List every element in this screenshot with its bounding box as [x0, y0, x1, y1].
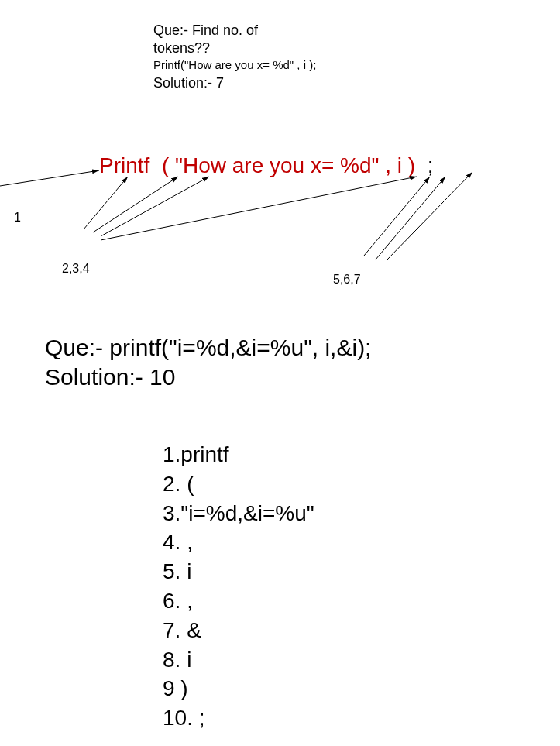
token-list-8: 8. i [163, 645, 314, 675]
q2-solution: Solution:- 10 [45, 363, 371, 392]
svg-line-4 [101, 177, 417, 240]
svg-line-6 [376, 177, 445, 260]
arrow-label-1: 1 [14, 211, 21, 225]
token-i: i [397, 153, 402, 177]
svg-line-2 [93, 177, 178, 232]
svg-line-0 [0, 170, 99, 186]
printf-token-line: Printf ( "How are you x= %d" , i ) ; [99, 153, 434, 178]
token-list-4: 4. , [163, 528, 314, 557]
svg-line-5 [364, 177, 430, 256]
token-list-10: 10. ; [163, 703, 314, 733]
q1-solution: Solution:- 7 [153, 74, 316, 92]
svg-line-1 [84, 177, 128, 229]
token-list: 1.printf 2. ( 3."i=%d,&i=%u" 4. , 5. i 6… [163, 440, 314, 733]
token-printf: Printf [99, 153, 149, 177]
token-list-1: 1.printf [163, 440, 314, 469]
svg-line-7 [387, 172, 472, 260]
q1-line2: tokens?? [153, 40, 316, 57]
question-1-block: Que:- Find no. of tokens?? Printf("How a… [153, 22, 316, 91]
q2-question: Que:- printf("i=%d,&i=%u", i,&i); [45, 333, 371, 363]
arrow-label-234: 2,3,4 [62, 262, 90, 276]
token-open-paren: ( [162, 153, 169, 177]
token-list-7: 7. & [163, 616, 314, 645]
token-list-6: 6. , [163, 586, 314, 616]
arrow-label-567: 5,6,7 [333, 273, 361, 287]
token-list-3: 3."i=%d,&i=%u" [163, 499, 314, 528]
token-semicolon: ; [428, 153, 434, 177]
token-close-paren: ) [408, 153, 415, 177]
q1-line1: Que:- Find no. of [153, 22, 316, 40]
token-list-2: 2. ( [163, 469, 314, 499]
token-list-9: 9 ) [163, 674, 314, 703]
q1-code: Printf("How are you x= %d" , i ); [153, 58, 316, 73]
token-string: "How are you x= %d" [175, 153, 379, 177]
svg-line-3 [101, 177, 209, 236]
question-2-block: Que:- printf("i=%d,&i=%u", i,&i); Soluti… [45, 333, 371, 391]
token-comma: , [385, 153, 391, 177]
token-list-5: 5. i [163, 557, 314, 586]
